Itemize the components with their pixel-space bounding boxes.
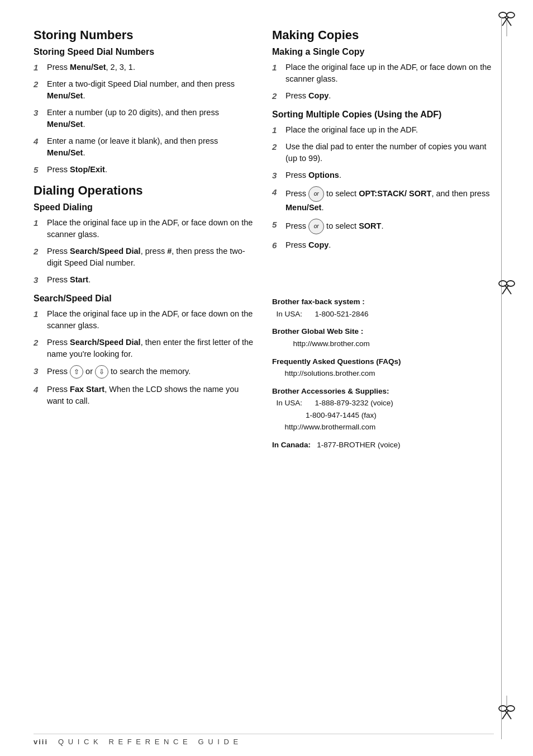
svg-line-5 <box>502 19 507 26</box>
step-item: 3 Press Start. <box>34 274 255 286</box>
storing-speed-dial-steps: 1 Press Menu/Set, 2, 3, 1. 2 Enter a two… <box>34 62 255 176</box>
svg-line-19 <box>507 712 511 719</box>
footer: viii Q U I C K R E F E R E N C E G U I D… <box>34 734 494 746</box>
search-speed-dial-title: Search/Speed Dial <box>34 294 255 304</box>
content-columns: Storing Numbers Storing Speed Dial Numbe… <box>0 22 533 457</box>
step-item: 5 Press Stop/Exit. <box>34 164 255 176</box>
info-canada: In Canada: 1-877-BROTHER (voice) <box>272 439 494 451</box>
down-arrow-icon: ⇩ <box>95 365 108 379</box>
info-box: Brother fax-back system : In USA: 1-800-… <box>272 296 494 451</box>
svg-point-7 <box>499 281 507 286</box>
step-item: 1 Place the original face up in the ADF,… <box>34 217 255 240</box>
step-item: 5 Press or to select SORT. <box>272 219 494 234</box>
sorting-multiple-copies-steps: 1 Place the original face up in the ADF.… <box>272 124 494 251</box>
svg-point-1 <box>499 12 507 18</box>
storing-speed-dial-numbers-title: Storing Speed Dial Numbers <box>34 47 255 57</box>
making-single-copy-title: Making a Single Copy <box>272 47 494 57</box>
step-item: 3 Press ⇧ or ⇩ to search the memory. <box>34 365 255 379</box>
svg-point-15 <box>507 706 515 711</box>
step-item: 3 Press Options. <box>272 169 494 181</box>
step-item: 4 Press Fax Start, When the LCD shows th… <box>34 384 255 407</box>
step-item: 2 Press Copy. <box>272 90 494 102</box>
step-item: 1 Press Menu/Set, 2, 3, 1. <box>34 62 255 73</box>
step-item: 4 Press or to select OPT:STACK/ SORT, an… <box>272 186 494 214</box>
step-item: 1 Place the original face up in the ADF,… <box>34 308 255 332</box>
page: Storing Numbers Storing Speed Dial Numbe… <box>0 0 533 756</box>
cut-line-right <box>501 17 502 739</box>
svg-line-6 <box>507 19 511 26</box>
or-button-icon-5: or <box>308 219 324 234</box>
storing-numbers-title: Storing Numbers <box>34 28 255 42</box>
footer-guide-title: Q U I C K R E F E R E N C E G U I D E <box>58 738 239 746</box>
svg-line-11 <box>502 287 507 294</box>
svg-point-8 <box>507 281 515 286</box>
svg-point-14 <box>499 706 507 711</box>
svg-point-2 <box>507 12 515 18</box>
info-accessories: Brother Accessories & Supplies: In USA: … <box>272 385 494 433</box>
sorting-multiple-copies-title: Sorting Multiple Copies (Using the ADF) <box>272 110 494 120</box>
scissors-middle-right-icon <box>496 274 517 306</box>
making-copies-title: Making Copies <box>272 28 494 42</box>
speed-dialing-steps: 1 Place the original face up in the ADF,… <box>34 217 255 286</box>
step-item: 2 Use the dial pad to enter the number o… <box>272 141 494 164</box>
left-column: Storing Numbers Storing Speed Dial Numbe… <box>34 22 255 457</box>
step-item: 1 Place the original face up in the ADF,… <box>272 62 494 85</box>
right-column: Making Copies Making a Single Copy 1 Pla… <box>272 22 494 457</box>
info-fax-back: Brother fax-back system : In USA: 1-800-… <box>272 296 494 320</box>
info-faq: Frequently Asked Questions (FAQs) http:/… <box>272 356 494 380</box>
dialing-operations-title: Dialing Operations <box>34 183 255 198</box>
info-global-web: Brother Global Web Site : http://www.bro… <box>272 325 494 349</box>
step-item: 2 Enter a two-digit Speed Dial number, a… <box>34 78 255 102</box>
search-speed-dial-steps: 1 Place the original face up in the ADF,… <box>34 308 255 407</box>
step-item: 2 Press Search/Speed Dial, then enter th… <box>34 337 255 360</box>
svg-line-12 <box>507 287 511 294</box>
step-item: 6 Press Copy. <box>272 239 494 251</box>
step-item: 2 Press Search/Speed Dial, press #, then… <box>34 245 255 269</box>
or-button-icon-4: or <box>308 186 324 202</box>
svg-line-18 <box>502 712 507 719</box>
making-single-copy-steps: 1 Place the original face up in the ADF,… <box>272 62 494 102</box>
step-item: 4 Enter a name (or leave it blank), and … <box>34 135 255 159</box>
scissors-bottom-right-icon <box>496 696 517 722</box>
step-item: 3 Enter a number (up to 20 digits), and … <box>34 107 255 130</box>
footer-page-num: viii <box>34 738 48 746</box>
up-arrow-icon: ⇧ <box>70 365 83 379</box>
step-item: 1 Place the original face up in the ADF. <box>272 124 494 136</box>
speed-dialing-title: Speed Dialing <box>34 202 255 212</box>
scissors-top-right-icon <box>496 6 517 38</box>
